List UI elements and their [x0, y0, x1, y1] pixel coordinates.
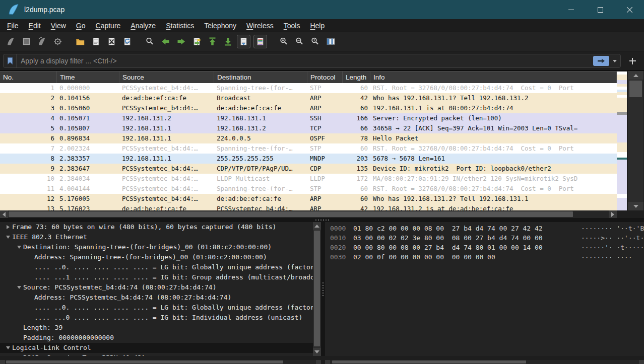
- menu-statistics[interactable]: Statistics: [161, 20, 199, 31]
- packet-row-1[interactable]: 10.000000PCSSystemtec_b4:d4:…Spanning-tr…: [0, 83, 617, 93]
- detail-row-9[interactable]: .... ...0 .... .... .... .... = IG bit: …: [0, 313, 313, 323]
- column-header-protocol[interactable]: Protocol: [307, 71, 343, 83]
- scroll-down-button[interactable]: [628, 202, 643, 210]
- scroll-left-button[interactable]: [0, 360, 5, 364]
- packet-list-hscrollbar[interactable]: [0, 210, 617, 218]
- go-forward-button[interactable]: [174, 35, 188, 48]
- auto-scroll-button[interactable]: [237, 35, 250, 48]
- packet-row-2[interactable]: 20.104156de:ad:be:ef:ca:feBroadcastARP42…: [0, 93, 617, 103]
- scroll-up-button[interactable]: [628, 71, 643, 80]
- detail-row-5[interactable]: .... ...1 .... .... .... .... = IG bit: …: [0, 272, 313, 282]
- details-scroll-down-button[interactable]: [313, 348, 321, 356]
- details-hscroll-thumb[interactable]: [6, 360, 283, 363]
- menu-wireless[interactable]: Wireless: [241, 20, 279, 31]
- colorize-button[interactable]: [253, 35, 267, 48]
- open-file-button[interactable]: [74, 35, 87, 48]
- packet-row-8[interactable]: 82.383357192.168.131.1255.255.255.255MND…: [0, 154, 617, 164]
- pane-splitter-horizontal[interactable]: [0, 218, 644, 222]
- packet-row-12[interactable]: 125.176005PCSSystemtec_b4:d4:…de:ad:be:e…: [0, 194, 617, 204]
- restart-capture-button[interactable]: [35, 35, 49, 48]
- detail-row-13[interactable]: DSAP: Spanning Tree BPDU (0x42): [0, 353, 313, 356]
- intelligent-scrollbar-minimap[interactable]: [617, 71, 627, 210]
- menu-view[interactable]: View: [46, 20, 71, 31]
- zoom-out-button[interactable]: [293, 35, 306, 48]
- minimize-button[interactable]: [556, 0, 586, 19]
- detail-row-3[interactable]: Address: Spanning-tree-(for-bridges)_00 …: [0, 252, 313, 262]
- packet-row-11[interactable]: 114.004144PCSSystemtec_b4:d4:…Spanning-t…: [0, 184, 617, 194]
- close-file-button[interactable]: [105, 35, 118, 48]
- hscroll-thumb[interactable]: [9, 211, 573, 217]
- go-back-button[interactable]: [159, 35, 172, 48]
- find-packet-button[interactable]: [143, 35, 157, 48]
- detail-row-0[interactable]: Frame 73: 60 bytes on wire (480 bits), 6…: [0, 222, 313, 232]
- column-header-destination[interactable]: Destination: [214, 71, 307, 83]
- column-header-no[interactable]: No.: [0, 71, 57, 83]
- column-header-time[interactable]: Time: [57, 71, 119, 83]
- expander-expanded-icon[interactable]: [4, 236, 12, 239]
- scroll-right-button[interactable]: [609, 210, 617, 218]
- close-button[interactable]: [615, 0, 644, 19]
- packet-row-6[interactable]: 60.896834192.168.131.1224.0.0.5OSPF78Hel…: [0, 133, 617, 143]
- menu-telephony[interactable]: Telephony: [199, 20, 241, 31]
- menu-tools[interactable]: Tools: [279, 20, 305, 31]
- zoom-in-button[interactable]: [277, 35, 291, 48]
- column-header-length[interactable]: Length: [343, 71, 370, 83]
- resize-columns-button[interactable]: [324, 35, 338, 48]
- menu-help[interactable]: Help: [305, 20, 330, 31]
- expander-expanded-icon[interactable]: [4, 346, 12, 349]
- detail-row-7[interactable]: Address: PCSSystemtec_b4:d4:74 (08:00:27…: [0, 293, 313, 303]
- hex-row-0000[interactable]: 000001 80 c2 00 00 00 08 00 27 b4 d4 74 …: [325, 224, 644, 233]
- expander-expanded-icon[interactable]: [15, 246, 23, 249]
- packet-row-9[interactable]: 92.383647PCSSystemtec_b4:d4:…CDP/VTP/DTP…: [0, 164, 617, 174]
- detail-row-12[interactable]: Logical-Link Control: [0, 343, 313, 353]
- menu-go[interactable]: Go: [71, 20, 91, 31]
- scroll-right-button[interactable]: [316, 360, 321, 364]
- column-header-source[interactable]: Source: [119, 71, 214, 83]
- menu-edit[interactable]: Edit: [24, 20, 46, 31]
- vscroll-thumb[interactable]: [629, 81, 642, 97]
- detail-row-10[interactable]: Length: 39: [0, 323, 313, 333]
- menu-capture[interactable]: Capture: [91, 20, 126, 31]
- detail-row-11[interactable]: Padding: 00000000000000: [0, 333, 313, 343]
- filter-bookmark-button[interactable]: [4, 54, 17, 67]
- packet-row-13[interactable]: 135.176023de:ad:be:ef:ca:fePCSSystemtec_…: [0, 204, 617, 210]
- bytes-hscroll-thumb[interactable]: [332, 360, 526, 363]
- start-capture-button[interactable]: [4, 35, 18, 48]
- save-file-button[interactable]: [89, 35, 103, 48]
- menu-analyze[interactable]: Analyze: [125, 20, 161, 31]
- go-to-packet-button[interactable]: [190, 35, 204, 48]
- scroll-left-button[interactable]: [325, 360, 330, 364]
- maximize-button[interactable]: [586, 0, 615, 19]
- reload-file-button[interactable]: [120, 35, 134, 48]
- packet-row-10[interactable]: 102.384034PCSSystemtec_b4:d4:…LLDP_Multi…: [0, 174, 617, 184]
- capture-options-button[interactable]: [51, 35, 65, 48]
- detail-row-1[interactable]: IEEE 802.3 Ethernet: [0, 232, 313, 242]
- expander-expanded-icon[interactable]: [15, 286, 23, 289]
- go-first-button[interactable]: [206, 35, 219, 48]
- packet-row-5[interactable]: 50.105807192.168.131.1192.168.131.2TCP66…: [0, 123, 617, 133]
- apply-filter-button[interactable]: [593, 56, 609, 66]
- hex-row-0010[interactable]: 001003 00 00 02 02 3e 80 00 08 00 27 b4 …: [325, 233, 644, 243]
- details-scroll-up-button[interactable]: [313, 222, 321, 230]
- details-hscrollbar[interactable]: [0, 360, 321, 364]
- bytes-hscrollbar[interactable]: [325, 360, 644, 364]
- pane-splitter-vertical[interactable]: [321, 222, 325, 356]
- detail-row-8[interactable]: .... ..0. .... .... .... .... = LG bit: …: [0, 303, 313, 313]
- packet-row-3[interactable]: 30.105060PCSSystemtec_b4:d4:…de:ad:be:ef…: [0, 103, 617, 113]
- hex-row-0020[interactable]: 002000 00 80 00 08 00 27 b4 d4 74 80 01 …: [325, 243, 644, 252]
- packet-row-4[interactable]: 40.105071192.168.131.2192.168.131.1SSH16…: [0, 113, 617, 123]
- hex-row-0030[interactable]: 003002 00 0f 00 00 00 00 00 00 00 00 00·…: [325, 252, 644, 262]
- go-last-button[interactable]: [221, 35, 235, 48]
- scroll-right-button[interactable]: [639, 360, 644, 364]
- stop-capture-button[interactable]: [20, 35, 33, 48]
- details-vscrollbar[interactable]: [313, 222, 321, 356]
- packet-row-7[interactable]: 72.002324PCSSystemtec_b4:d4:…Spanning-tr…: [0, 143, 617, 154]
- zoom-original-button[interactable]: [308, 35, 322, 48]
- detail-row-4[interactable]: .... ..0. .... .... .... .... = LG bit: …: [0, 262, 313, 272]
- column-header-info[interactable]: Info: [370, 71, 617, 83]
- scroll-left-button[interactable]: [0, 210, 8, 218]
- packet-list-vscrollbar[interactable]: [628, 71, 643, 210]
- display-filter-input[interactable]: [17, 57, 593, 65]
- filter-dropdown-caret[interactable]: [610, 54, 619, 67]
- add-filter-button[interactable]: [627, 55, 638, 66]
